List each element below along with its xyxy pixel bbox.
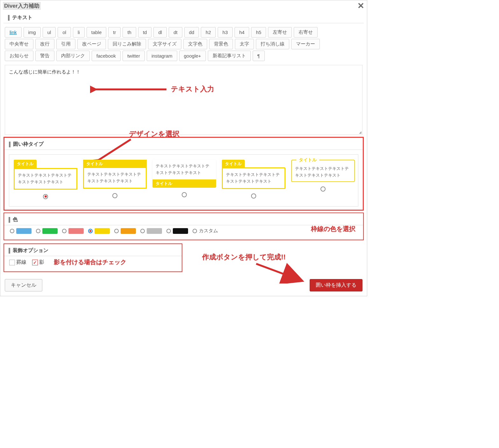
- frame-body: テキストテキストテキストテキストテキストテキスト: [295, 165, 351, 179]
- color-option-gray[interactable]: [140, 228, 162, 234]
- tool-strike[interactable]: 打ち消し線: [256, 39, 289, 49]
- cancel-button[interactable]: キャンセル: [5, 279, 42, 291]
- frame-preview: タイトル テキストテキストテキストテキストテキストテキスト: [14, 160, 77, 190]
- tool-td[interactable]: td: [138, 27, 152, 38]
- color-option-pink[interactable]: [62, 228, 84, 234]
- frame-preview: タイトル テキストテキストテキストテキストテキストテキスト: [291, 160, 355, 182]
- decoration-row: 罫線 影 影を付ける場合はチェック: [4, 256, 182, 268]
- tool-align-center[interactable]: 中央寄せ: [5, 39, 33, 49]
- text-input-area[interactable]: こんな感じに簡単に作れるよ！！ ◢: [5, 65, 362, 135]
- dialog-title: Diver入力補助: [3, 2, 41, 10]
- tool-ul[interactable]: ul: [43, 27, 56, 38]
- tool-h3[interactable]: h3: [218, 27, 233, 38]
- color-row: カスタム: [4, 225, 363, 236]
- frame-body: テキストテキストテキストテキストテキストテキスト: [83, 168, 147, 189]
- tool-facebook[interactable]: facebook: [92, 51, 121, 61]
- deco-option-border[interactable]: 罫線: [9, 259, 26, 266]
- toolbar-row-1: link img ul ol li table tr th td dl dt d…: [0, 23, 367, 39]
- tool-li[interactable]: li: [73, 27, 85, 38]
- tool-img[interactable]: img: [24, 27, 41, 38]
- annotation-create-done: 作成ボタンを押して完成!!: [202, 252, 286, 262]
- radio-frame-5[interactable]: [320, 186, 326, 192]
- toolbar-row-2: 中央寄せ 改行 引用 改ページ 回りこみ解除 文字サイズ 文字色 背景色 太字 …: [0, 39, 367, 51]
- frame-body: テキストテキストテキストテキストテキストテキスト: [222, 167, 285, 189]
- diver-dialog: Diver入力補助 ✕ テキスト link img ul ol li table…: [0, 0, 367, 296]
- section-header-frame: 囲い枠タイプ: [4, 138, 363, 150]
- tool-internal-link[interactable]: 内部リンク: [56, 51, 90, 61]
- text-input-value: こんな感じに簡単に作れるよ！！: [9, 69, 81, 74]
- tool-h2[interactable]: h2: [201, 27, 216, 38]
- tool-quote[interactable]: 引用: [56, 39, 75, 49]
- deco-label-border: 罫線: [16, 259, 26, 265]
- tool-h5[interactable]: h5: [251, 27, 266, 38]
- radio-frame-4[interactable]: [251, 193, 256, 199]
- tool-paragraph[interactable]: ¶: [253, 51, 265, 61]
- radio-frame-3[interactable]: [182, 192, 187, 197]
- tool-font-color[interactable]: 文字色: [183, 39, 207, 49]
- section-title-deco: 装飾オプション: [13, 247, 48, 254]
- radio-frame-2[interactable]: [112, 193, 117, 198]
- tool-th[interactable]: th: [123, 27, 136, 38]
- tool-recent-posts[interactable]: 新着記事リスト: [208, 51, 251, 61]
- color-option-yellow[interactable]: [88, 228, 110, 234]
- tool-align-left[interactable]: 左寄せ: [268, 27, 292, 38]
- deco-option-shadow[interactable]: 影: [32, 259, 44, 266]
- tool-ol[interactable]: ol: [58, 27, 71, 38]
- tool-align-right[interactable]: 右寄せ: [294, 27, 318, 38]
- color-option-blue[interactable]: [10, 228, 32, 234]
- frame-title-tab: タイトル: [222, 160, 245, 168]
- frame-preview: タイトル テキストテキストテキストテキストテキストテキスト: [83, 160, 147, 189]
- section-header-color: 色: [4, 213, 363, 225]
- tool-table[interactable]: table: [87, 27, 107, 38]
- annotation-shadow-check: 影を付ける場合はチェック: [54, 258, 126, 266]
- frame-option-3[interactable]: テキストテキストテキストテキストテキストテキスト タイトル: [152, 160, 216, 202]
- checkbox-icon[interactable]: [9, 260, 15, 265]
- tool-dl[interactable]: dl: [153, 27, 167, 38]
- frame-title-tab: タイトル: [14, 160, 37, 168]
- tool-twitter[interactable]: twitter: [123, 51, 145, 61]
- tool-notice[interactable]: お知らせ: [5, 51, 33, 61]
- deco-label-shadow: 影: [39, 259, 44, 265]
- frame-option-2[interactable]: タイトル テキストテキストテキストテキストテキストテキスト: [83, 160, 147, 202]
- frame-title-float: タイトル: [296, 157, 319, 163]
- tool-clear-float[interactable]: 回りこみ解除: [108, 39, 146, 49]
- section-header-deco: 装飾オプション: [4, 244, 182, 256]
- frame-preview: タイトル テキストテキストテキストテキストテキストテキスト: [222, 160, 285, 189]
- frame-body: テキストテキストテキストテキストテキストテキスト: [14, 168, 77, 190]
- color-option-custom[interactable]: カスタム: [193, 228, 218, 234]
- section-title-frame: 囲い枠タイプ: [13, 141, 44, 148]
- color-option-orange[interactable]: [114, 228, 136, 234]
- color-option-black[interactable]: [166, 228, 188, 234]
- tool-googleplus[interactable]: google+: [179, 51, 206, 61]
- frame-option-1[interactable]: タイトル テキストテキストテキストテキストテキストテキスト: [14, 160, 77, 202]
- tool-tr[interactable]: tr: [108, 27, 121, 38]
- radio-frame-1[interactable]: [43, 194, 48, 199]
- checkbox-checked-icon[interactable]: [32, 260, 38, 265]
- tool-h4[interactable]: h4: [235, 27, 250, 38]
- frame-option-4[interactable]: タイトル テキストテキストテキストテキストテキストテキスト: [222, 160, 285, 202]
- tool-instagram[interactable]: instagram: [147, 51, 177, 61]
- tool-bg-color[interactable]: 背景色: [209, 39, 233, 49]
- frame-option-5[interactable]: タイトル テキストテキストテキストテキストテキストテキスト: [291, 160, 355, 202]
- tool-marker[interactable]: マーカー: [291, 39, 320, 49]
- tool-dt[interactable]: dt: [169, 27, 182, 38]
- custom-label: カスタム: [199, 228, 218, 234]
- resize-handle-icon[interactable]: ◢: [359, 130, 362, 134]
- tool-font-size[interactable]: 文字サイズ: [148, 39, 181, 49]
- frame-preview: テキストテキストテキストテキストテキストテキスト タイトル: [152, 160, 216, 188]
- close-icon[interactable]: ✕: [357, 2, 364, 10]
- section-title-text: テキスト: [12, 14, 32, 21]
- toolbar-row-3: お知らせ 警告 内部リンク facebook twitter instagram…: [0, 51, 367, 62]
- frame-type-list: タイトル テキストテキストテキストテキストテキストテキスト タイトル テキストテ…: [9, 154, 358, 206]
- section-header-text: テキスト: [4, 11, 364, 23]
- tool-link[interactable]: link: [5, 27, 22, 38]
- frame-body: テキストテキストテキストテキストテキストテキスト: [152, 160, 216, 179]
- tool-br[interactable]: 改行: [35, 39, 54, 49]
- frame-type-section: 囲い枠タイプ タイトル テキストテキストテキストテキストテキストテキスト タイト…: [4, 137, 364, 211]
- tool-bold[interactable]: 太字: [235, 39, 254, 49]
- color-option-green[interactable]: [36, 228, 58, 234]
- insert-button[interactable]: 囲い枠を挿入する: [310, 279, 362, 291]
- tool-pagebreak[interactable]: 改ページ: [77, 39, 106, 49]
- tool-warning[interactable]: 警告: [35, 51, 54, 61]
- tool-dd[interactable]: dd: [184, 27, 199, 38]
